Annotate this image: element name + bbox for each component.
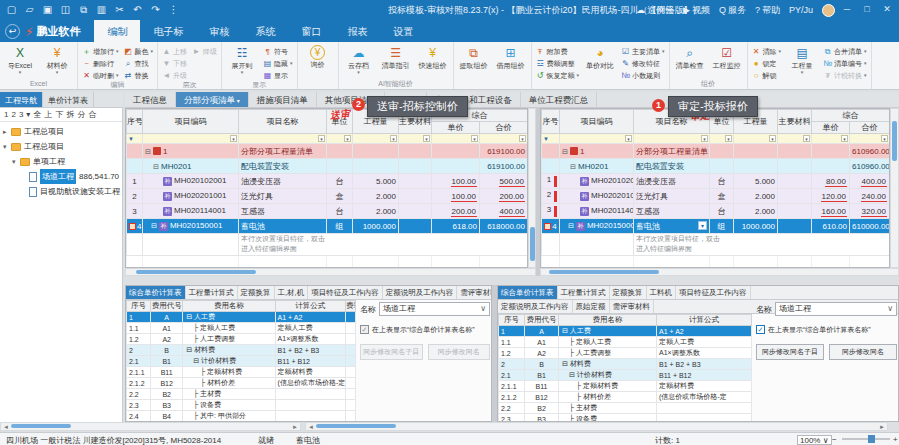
view-tab-工程信息[interactable]: 工程信息 (125, 92, 176, 107)
fee-tab-需评审材料[interactable]: 需评审材料 (610, 300, 655, 313)
column-header[interactable]: 序号 (127, 110, 143, 134)
fee-row[interactable]: 2.4B4├ 其中: 甲供部分 (127, 411, 356, 422)
column-header[interactable]: 计算公式 (275, 301, 345, 312)
zoom-in-button[interactable]: + (893, 435, 898, 444)
fee-tab-项目特征及工作内容[interactable]: 项目特征及工作内容 (308, 286, 383, 299)
menu-tab-审核[interactable]: 审核 (196, 20, 242, 42)
fee-tab-定额换算[interactable]: 定额换算 (238, 286, 275, 299)
left-grid-vscrollbar[interactable] (528, 108, 536, 268)
collapse-icon[interactable]: ⊟ (570, 163, 576, 170)
column-header[interactable]: 序号 (499, 315, 525, 326)
fee-row[interactable]: 2.1.1B11├ 定额材料费定额材料费 (127, 367, 356, 378)
fee-tab-工程量计算式[interactable]: 工程量计算式 (186, 286, 238, 299)
username[interactable]: PY/Ju (789, 5, 813, 15)
boq-row[interactable]: 3补MH020114001互感器台2.000200.00400.00 (127, 204, 528, 219)
sidebar-tab-单价计算表[interactable]: 单价计算表 (43, 92, 94, 107)
ribbon-button-合并清单[interactable]: ⧉合并清单▾ (821, 46, 869, 57)
tree-tool-分[interactable]: 分 (77, 109, 85, 120)
fee-row[interactable]: 1.1A1├ 定额人工费定额人工费 (499, 337, 752, 348)
avatar[interactable] (822, 4, 835, 17)
ribbon-button-查找[interactable]: ⌕查找 (122, 58, 156, 69)
expander-icon[interactable]: ▸ (3, 124, 11, 139)
fee-row[interactable]: 2.2B2├ 主材费 (127, 389, 356, 400)
copy-icon[interactable]: ⧉ (76, 2, 91, 17)
tree-tool-拆[interactable]: 拆 (66, 109, 74, 120)
boq-row[interactable]: 2补MH020201001泛光灯具盒2.000100.00200.00 (127, 189, 528, 204)
show-in-table-checkbox[interactable]: ✓ (756, 325, 765, 334)
boq-row[interactable]: 4⊟补MH020150001蓄电池组1000.000618.00618000.0… (127, 219, 528, 234)
fee-row[interactable]: 2.1B1⊟ 计价材料费B11 + B12 (127, 356, 356, 367)
ribbon-button-替换[interactable]: ⇄替换 (122, 70, 156, 81)
zoom-out-button[interactable]: − (832, 435, 837, 444)
ribbon-button-删除行[interactable]: －删除行 (80, 58, 121, 69)
sync-same-name-items-button[interactable]: 同步修改同名子目 (756, 344, 824, 360)
ribbon-button-清单检查[interactable]: ⌕清单检查 (672, 44, 708, 70)
menu-tab-系统[interactable]: 系统 (242, 20, 288, 42)
video-button[interactable]: ▶视频 (683, 4, 710, 17)
fee-row[interactable]: 2.1.2B12├ 材料价差(信息价或市场价格-定 (127, 378, 356, 389)
tree-item[interactable]: 目视助航设施安装工程 (0, 184, 122, 199)
ribbon-button-计税转换[interactable]: ₮计税转换▾ (821, 70, 869, 81)
column-header[interactable]: 费用名称 (183, 301, 275, 312)
fee-row[interactable]: 1A⊟ 人工费A1 + A2 (127, 312, 356, 323)
column-header[interactable]: 序号 (542, 110, 560, 134)
column-header[interactable]: 费用代号 (151, 301, 183, 312)
boq-row[interactable]: ⊟1分部分项工程量清单619100.00 (127, 144, 528, 159)
bottom-left-hscrollbar[interactable]: ◄ ► (0, 422, 301, 431)
filter-icon[interactable]: ▾ (769, 135, 776, 142)
filter-icon[interactable]: ▾ (625, 135, 632, 142)
filter-icon[interactable]: ▾ (344, 135, 351, 142)
sync-same-name-items-button[interactable]: 同步修改同名子目 (360, 344, 423, 360)
ribbon-button-导Excel[interactable]: X导Excel▾ (2, 44, 38, 75)
column-header[interactable]: 费用代号 (525, 315, 559, 326)
column-header[interactable]: 合价 (850, 122, 890, 134)
tree-tool-合[interactable]: 合 (88, 109, 96, 120)
boq-row[interactable]: 3补MH020114001互感器台2.000160.00320.00 (542, 204, 890, 219)
column-header[interactable]: 主要材料 (778, 110, 812, 134)
fee-row[interactable]: 2.1.2B12├ 材料价差(信息价或市场价格-定 (499, 392, 752, 403)
fee-row[interactable]: 1.2A2├ 人工费调整A1×调整系数 (499, 348, 752, 359)
new-file-icon[interactable]: ▢ (4, 2, 19, 17)
fee-row[interactable]: 2.3B3├ 设备费 (499, 414, 752, 423)
cost-cloud-button[interactable]: ☁造价云 (636, 4, 674, 17)
paste-icon[interactable]: ▥ (94, 2, 109, 17)
ribbon-button-云存档[interactable]: ☁云存档▾ (341, 44, 377, 75)
filter-icon[interactable]: ▾ (390, 135, 397, 142)
column-header[interactable]: 项目编码 (560, 110, 634, 134)
fee-tab-定额说明及工作内容[interactable]: 定额说明及工作内容 (498, 300, 573, 313)
help-button[interactable]: ?帮助 (755, 4, 780, 17)
filter-icon[interactable]: ▾ (230, 135, 237, 142)
ribbon-button-隐藏[interactable]: ▤隐藏▾ (261, 58, 295, 69)
column-header-group[interactable]: 综合 (812, 110, 890, 122)
filter-icon[interactable]: ▾ (841, 135, 848, 142)
ribbon-button-清单编号[interactable]: №清单编号▾ (821, 58, 869, 69)
service-button[interactable]: Q服务 (719, 4, 746, 17)
filter-icon[interactable]: ▾ (701, 135, 708, 142)
filter-funnel-icon[interactable]: ▼ (128, 136, 134, 142)
ribbon-button-快速组价[interactable]: ¥快速组价 (415, 44, 451, 70)
fee-tab-定额换算[interactable]: 定额换算 (610, 286, 647, 299)
fee-tab-综合单价计算表[interactable]: 综合单价计算表 (126, 286, 186, 299)
sidebar-tab-工程导航[interactable]: 工程导航 (0, 92, 43, 107)
boq-row[interactable]: 4⊟补MH020150001蓄电池▾组1000.000610.00610000.… (542, 219, 890, 234)
boq-row[interactable]: ⊟1分部分项工程量清单610960.00 (542, 144, 890, 159)
redo-icon[interactable]: ↷ (148, 2, 163, 17)
minimize-button[interactable]: ─ (837, 0, 857, 20)
combo-arrow-icon[interactable]: ▾ (698, 221, 707, 230)
boq-row[interactable]: 2补MH020201001泛光灯具盒2.000120.00240.00 (542, 189, 890, 204)
ribbon-button-主要清单[interactable]: ☑主要清单▾ (619, 46, 667, 57)
ribbon-button-清除[interactable]: ✕清除▾ (750, 46, 784, 57)
column-header[interactable]: 项目编码 (143, 110, 239, 134)
filter-icon[interactable]: ▾ (519, 135, 526, 142)
boq-row[interactable]: ⊟ MH0201配电装置安装619100.00 (127, 159, 528, 174)
ribbon-button-询价[interactable]: ¥询价 (300, 44, 336, 69)
ribbon-button-修改特征[interactable]: ✎修改特征 (619, 58, 667, 69)
cut-icon[interactable]: ✂ (112, 2, 127, 17)
ribbon-button-颜色[interactable]: ◩颜色▾ (122, 46, 156, 57)
scroll-right-icon[interactable]: ► (879, 423, 885, 431)
scroll-left-icon[interactable]: ◄ (308, 423, 314, 431)
fee-row[interactable]: 1.2A2├ 人工费调整A1×调整系数 (127, 334, 356, 345)
expander-icon[interactable]: ▾ (3, 139, 11, 154)
tree-item[interactable]: ▾工程总项目 (0, 139, 122, 154)
filter-icon[interactable]: ▾ (803, 135, 810, 142)
